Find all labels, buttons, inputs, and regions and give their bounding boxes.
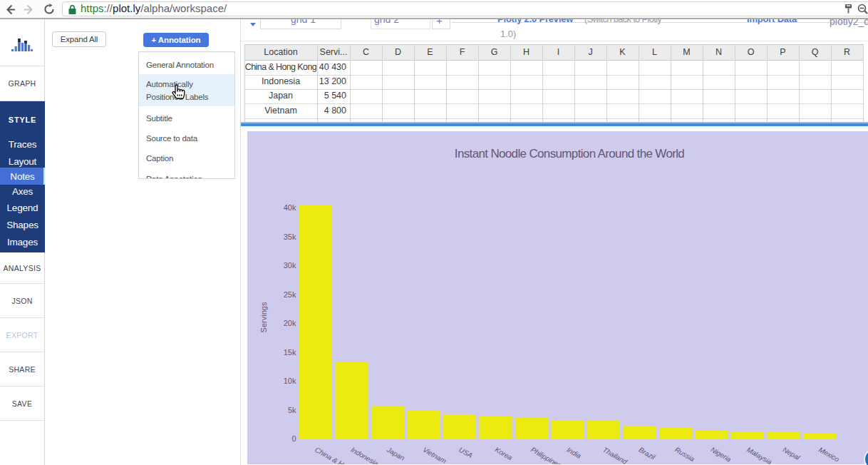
svg-text:Nepal: Nepal [782,446,802,462]
svg-text:Philippines: Philippines [529,446,563,464]
svg-text:Mexico: Mexico [817,446,841,464]
svg-text:40k: 40k [284,203,296,212]
svg-text:Malaysia: Malaysia [745,446,773,464]
svg-text:Thailand: Thailand [601,446,629,464]
svg-text:Nigeria: Nigeria [710,446,733,464]
svg-text:Vietnam: Vietnam [422,446,448,464]
svg-text:10k: 10k [284,377,296,385]
svg-text:Indonesia: Indonesia [350,446,381,464]
svg-text:Korea: Korea [494,446,515,462]
svg-text:20k: 20k [284,319,296,327]
svg-text:25k: 25k [284,290,296,299]
svg-text:Brazil: Brazil [638,446,657,461]
svg-text:0: 0 [291,434,296,443]
svg-text:5k: 5k [288,406,296,414]
svg-text:USA: USA [458,446,474,460]
svg-text:Russia: Russia [673,446,696,464]
svg-text:15k: 15k [284,348,296,357]
svg-text:India: India [566,446,583,460]
svg-text:Instant Noodle Consumption Aro: Instant Noodle Consumption Around the Wo… [455,147,685,160]
svg-text:Japan: Japan [385,445,406,462]
svg-text:30k: 30k [284,261,296,270]
svg-text:35k: 35k [284,232,296,241]
svg-text:Servings: Servings [259,302,268,332]
